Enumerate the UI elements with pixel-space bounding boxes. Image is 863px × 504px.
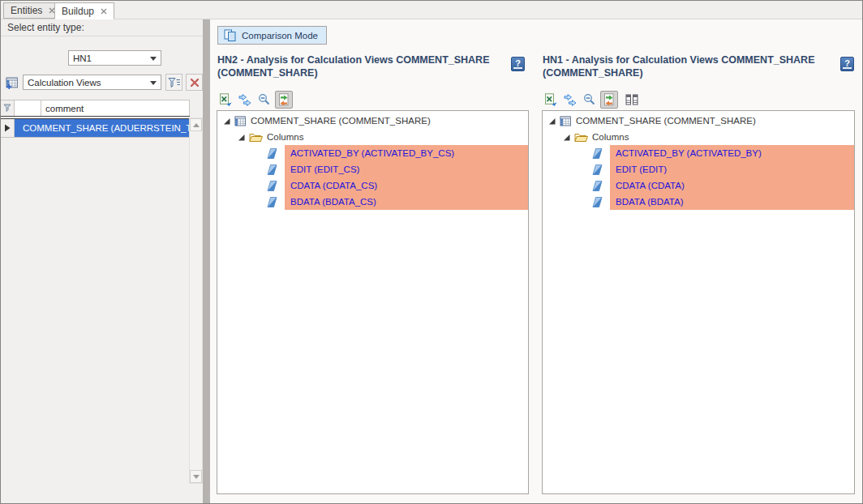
system-select[interactable]: HN1 (68, 50, 161, 66)
header-icon-column[interactable] (15, 100, 41, 116)
table-icon (560, 115, 572, 127)
right-panel-title: HN1 - Analysis for Calculation Views COM… (543, 53, 828, 79)
compare-arrows-icon (277, 93, 290, 106)
sidebar-splitter[interactable] (203, 19, 210, 504)
right-analysis-panel: COMMENT_SHARE (COMMENT_SHARE) Columns AC… (542, 110, 855, 494)
column-label: ACTIVATED_BY (ACTIVATED_BY_CS) (290, 148, 454, 158)
tab-strip: Entities Buildup (1, 1, 862, 19)
excel-export-icon (219, 93, 232, 106)
zoom-out-button[interactable] (581, 91, 599, 109)
diff-highlight: CDATA (CDATA_CS) (285, 177, 528, 194)
column-label: CDATA (CDATA) (616, 181, 685, 190)
comparison-area: Comparison Mode HN2 - Analysis for Calcu… (210, 19, 862, 503)
zoom-out-button[interactable] (255, 91, 273, 109)
expander-icon[interactable] (223, 117, 230, 125)
grid-layout-button[interactable] (623, 91, 641, 109)
column-icon (267, 164, 277, 175)
table-header-row: comment (1, 100, 190, 116)
column-icon (267, 181, 277, 191)
funnel-filter-icon (168, 77, 181, 88)
column-label: BDATA (BDATA_CS) (290, 197, 376, 207)
select-entity-type-label: Select entity type: (7, 22, 84, 33)
expander-icon[interactable] (563, 134, 570, 141)
zoom-out-icon (583, 93, 596, 106)
folder-open-icon (574, 132, 588, 143)
root-label: COMMENT_SHARE (COMMENT_SHARE) (576, 116, 756, 126)
table-row[interactable]: COMMENT_SHARE (ADUERRSTEIN_T (1, 119, 190, 138)
zoom-out-icon (258, 93, 271, 106)
selected-row-cell[interactable]: COMMENT_SHARE (ADUERRSTEIN_T (15, 119, 190, 137)
compare-arrows-icon (603, 93, 616, 106)
diff-highlight: ACTIVATED_BY (ACTIVATED_BY) (610, 145, 854, 161)
sidebar-header: Select entity type: (1, 19, 203, 36)
row-marker-cell (1, 119, 15, 137)
folder-label: Columns (267, 132, 303, 142)
tab-buildup-close-icon[interactable] (101, 8, 107, 15)
diff-highlight: EDIT (EDIT) (610, 161, 854, 177)
tree-column-item[interactable]: CDATA (CDATA_CS) (217, 177, 528, 194)
tree-column-item[interactable]: CDATA (CDATA) (543, 177, 854, 194)
tree-column-item[interactable]: EDIT (EDIT) (543, 161, 854, 177)
table-icon (6, 76, 19, 89)
excel-export-icon (544, 93, 557, 106)
scroll-down-button[interactable] (190, 470, 202, 483)
export-excel-button[interactable] (217, 91, 234, 109)
column-icon (267, 197, 277, 207)
export-excel-button[interactable] (542, 91, 560, 109)
compare-highlight-button[interactable] (275, 91, 293, 109)
tree-root-node[interactable]: COMMENT_SHARE (COMMENT_SHARE) (543, 113, 854, 129)
right-help-icon[interactable]: ? (840, 57, 854, 71)
tree-columns-node[interactable]: Columns (543, 129, 854, 145)
expander-icon[interactable] (548, 117, 556, 125)
entity-type-select[interactable]: Calculation Views (23, 75, 161, 90)
compare-highlight-button[interactable] (600, 91, 618, 109)
left-help-icon[interactable]: ? (511, 57, 525, 71)
comment-column-label: comment (45, 104, 84, 113)
red-x-icon (190, 78, 200, 88)
column-label: ACTIVATED_BY (ACTIVATED_BY) (616, 148, 762, 158)
expand-branches-button[interactable] (561, 91, 579, 109)
clear-filter-button[interactable] (186, 74, 203, 91)
header-comment-column[interactable]: comment (41, 100, 190, 116)
tab-buildup-label: Buildup (62, 6, 94, 17)
root-label: COMMENT_SHARE (COMMENT_SHARE) (251, 116, 431, 126)
column-label: CDATA (CDATA_CS) (290, 181, 377, 190)
double-arrows-icon (564, 93, 577, 106)
column-label: EDIT (EDIT_CS) (290, 164, 359, 174)
tab-buildup[interactable]: Buildup (54, 2, 114, 19)
expander-icon[interactable] (238, 134, 245, 141)
entity-type-icon (6, 76, 19, 89)
chevron-down-icon (150, 81, 157, 85)
left-panel-title: HN2 - Analysis for Calculation Views COM… (217, 53, 503, 79)
scroll-up-button[interactable] (190, 118, 202, 131)
tree-column-item[interactable]: BDATA (BDATA) (543, 194, 854, 210)
application-window: Entities Buildup Select entity type: HN1… (0, 0, 863, 504)
tree-column-item[interactable]: BDATA (BDATA_CS) (217, 194, 528, 210)
table-vertical-scrollbar[interactable] (189, 117, 203, 484)
comparison-mode-label: Comparison Mode (242, 31, 318, 41)
right-panel-toolbar (542, 91, 641, 109)
copy-pages-icon (224, 29, 237, 42)
entity-sidebar: Select entity type: HN1 Calculation View… (1, 19, 203, 504)
expand-branches-button[interactable] (236, 91, 254, 109)
help-glyph: ? (515, 58, 521, 68)
diff-highlight: EDIT (EDIT_CS) (285, 161, 528, 177)
row-marker-icon (4, 124, 11, 132)
column-icon (592, 197, 603, 207)
column-icon (592, 181, 603, 191)
row-comment-value: COMMENT_SHARE (ADUERRSTEIN_T (23, 123, 190, 133)
tree-root-node[interactable]: COMMENT_SHARE (COMMENT_SHARE) (217, 113, 528, 129)
diff-highlight: CDATA (CDATA) (610, 177, 854, 194)
comparison-mode-button[interactable]: Comparison Mode (217, 26, 327, 45)
tree-column-item[interactable]: ACTIVATED_BY (ACTIVATED_BY_CS) (217, 145, 528, 161)
header-gutter-cell (1, 100, 15, 116)
filter-button[interactable] (165, 74, 182, 91)
diff-highlight: ACTIVATED_BY (ACTIVATED_BY_CS) (285, 145, 528, 161)
tree-column-item[interactable]: EDIT (EDIT_CS) (217, 161, 528, 177)
scroll-up-icon (193, 123, 200, 127)
system-select-value: HN1 (73, 53, 92, 63)
entity-type-select-value: Calculation Views (28, 78, 101, 88)
tree-columns-node[interactable]: Columns (217, 129, 528, 145)
tree-column-item[interactable]: ACTIVATED_BY (ACTIVATED_BY) (543, 145, 854, 161)
column-icon (592, 164, 603, 175)
